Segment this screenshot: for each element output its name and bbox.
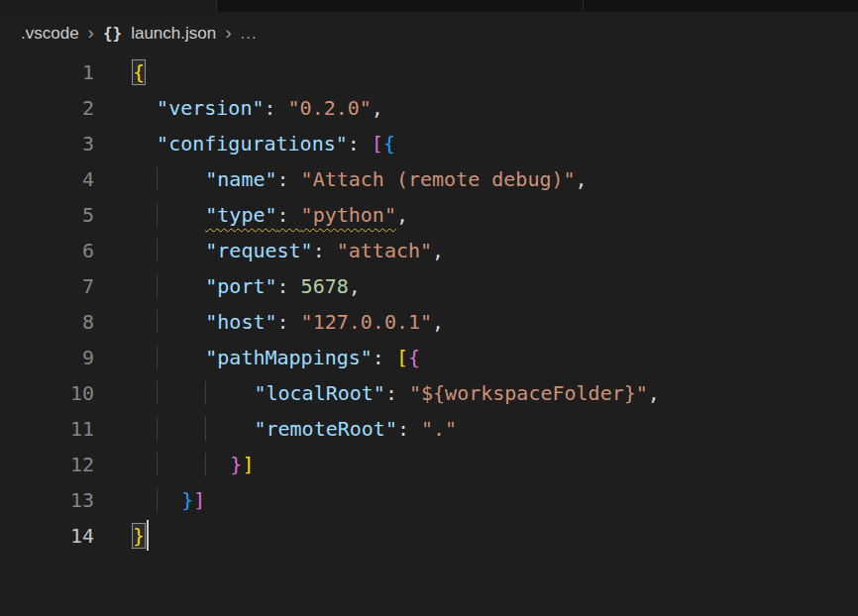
tab-bar: [0, 0, 858, 12]
code-token: [133, 132, 157, 155]
line-number[interactable]: 3: [0, 126, 94, 161]
breadcrumb-symbol[interactable]: ...: [241, 24, 258, 44]
code-line[interactable]: 14}: [0, 518, 858, 554]
breadcrumb-folder[interactable]: .vscode: [21, 24, 79, 44]
code-token: ]: [242, 453, 254, 476]
code-token: :: [277, 167, 301, 191]
code-line-content[interactable]: {: [94, 54, 145, 90]
code-token: [133, 274, 157, 298]
code-line[interactable]: 9 "pathMappings": [{: [0, 340, 858, 375]
code-line-content[interactable]: }]: [94, 482, 205, 518]
code-line-content[interactable]: "localRoot": "${workspaceFolder}",: [94, 375, 660, 411]
code-token: [157, 381, 205, 405]
code-line-content[interactable]: "name": "Attach (remote debug)",: [94, 161, 588, 197]
code-token: ,: [576, 167, 588, 191]
code-token: [133, 203, 157, 227]
code-token: "pathMappings": [205, 346, 373, 369]
code-line-content[interactable]: "pathMappings": [{: [94, 340, 420, 375]
code-line-content[interactable]: "remoteRoot": ".": [94, 411, 457, 447]
code-line[interactable]: 10 "localRoot": "${workspaceFolder}",: [0, 375, 858, 411]
code-token: :: [313, 239, 337, 262]
code-token: "port": [205, 274, 276, 298]
code-token: "${workspaceFolder}": [409, 381, 648, 405]
code-token: ,: [349, 274, 361, 298]
code-token: :: [264, 96, 287, 120]
line-number[interactable]: 13: [0, 482, 94, 518]
code-token: "localRoot": [254, 381, 384, 405]
code-lines: 1{2 "version": "0.2.0",3 "configurations…: [0, 54, 858, 554]
code-token: ]: [193, 488, 205, 512]
code-line[interactable]: 12 }]: [0, 447, 858, 482]
code-token: ,: [372, 96, 383, 120]
code-token: [133, 167, 157, 191]
code-token: "name": [205, 167, 276, 191]
line-number[interactable]: 12: [0, 447, 94, 482]
code-token: :: [385, 381, 409, 405]
code-line[interactable]: 13 }]: [0, 482, 858, 518]
code-token: [157, 239, 205, 262]
line-number[interactable]: 11: [0, 411, 94, 447]
line-number[interactable]: 6: [0, 233, 94, 268]
code-line-content[interactable]: "version": "0.2.0",: [94, 90, 383, 126]
code-token: [157, 274, 205, 298]
code-token: [157, 417, 205, 441]
line-number[interactable]: 2: [0, 90, 94, 126]
breadcrumb-file[interactable]: launch.json: [131, 24, 216, 44]
code-editor[interactable]: 1{2 "version": "0.2.0",3 "configurations…: [0, 54, 858, 554]
code-token: [157, 203, 205, 227]
code-token: }: [133, 524, 145, 548]
code-token: {: [383, 132, 395, 155]
chevron-right-icon: ›: [225, 22, 231, 44]
json-file-icon: {}: [103, 24, 122, 43]
line-number[interactable]: 10: [0, 375, 94, 411]
code-line-content[interactable]: "request": "attach",: [94, 233, 444, 268]
code-line-content[interactable]: "host": "127.0.0.1",: [94, 304, 444, 340]
code-token: "attach": [337, 239, 432, 262]
line-number[interactable]: 4: [0, 161, 94, 197]
code-token: [157, 310, 205, 334]
code-line-content[interactable]: }]: [94, 447, 254, 482]
code-token: "configurations": [157, 132, 348, 155]
code-token: [133, 417, 157, 441]
code-token: [157, 167, 205, 191]
code-token: "type": [205, 203, 276, 227]
code-token: 5678: [301, 274, 349, 298]
code-line[interactable]: 7 "port": 5678,: [0, 268, 858, 304]
line-number[interactable]: 9: [0, 340, 94, 375]
code-token: [: [372, 132, 383, 155]
code-token: [157, 488, 181, 512]
code-line[interactable]: 1{: [0, 54, 858, 90]
code-token: }: [181, 488, 193, 512]
code-token: [205, 453, 230, 476]
line-number[interactable]: 5: [0, 197, 94, 233]
code-token: [133, 453, 157, 476]
code-token: :: [277, 203, 301, 227]
code-line[interactable]: 3 "configurations": [{: [0, 126, 858, 161]
code-line-content[interactable]: "port": 5678,: [94, 268, 361, 304]
code-token: }: [230, 453, 242, 476]
code-token: "0.2.0": [288, 96, 372, 120]
code-token: "remoteRoot": [254, 417, 397, 441]
code-line-content[interactable]: "configurations": [{: [94, 126, 395, 161]
code-line[interactable]: 6 "request": "attach",: [0, 233, 858, 268]
code-line-content[interactable]: "type": "python",: [94, 197, 408, 233]
code-token: :: [348, 132, 372, 155]
code-token: ,: [396, 203, 408, 227]
chevron-right-icon: ›: [88, 22, 94, 44]
code-token: :: [277, 310, 301, 334]
line-number[interactable]: 7: [0, 268, 94, 304]
code-line[interactable]: 5 "type": "python",: [0, 197, 858, 233]
line-number[interactable]: 1: [0, 54, 94, 90]
line-number[interactable]: 8: [0, 304, 94, 340]
code-token: [133, 488, 157, 512]
code-line-content[interactable]: }: [94, 518, 149, 554]
code-token: :: [373, 346, 396, 369]
code-line[interactable]: 8 "host": "127.0.0.1",: [0, 304, 858, 340]
code-token: [205, 381, 254, 405]
code-line[interactable]: 4 "name": "Attach (remote debug)",: [0, 161, 858, 197]
code-token: [: [396, 346, 408, 369]
line-number[interactable]: 14: [0, 518, 94, 554]
code-line[interactable]: 2 "version": "0.2.0",: [0, 90, 858, 126]
code-line[interactable]: 11 "remoteRoot": ".": [0, 411, 858, 447]
code-token: "python": [301, 203, 396, 227]
